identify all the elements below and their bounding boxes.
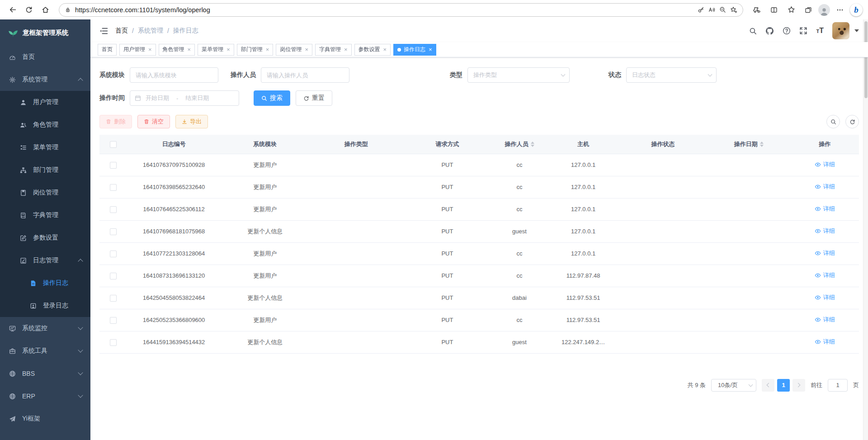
detail-link[interactable]: 详细 [815,183,835,191]
row-checkbox[interactable] [110,295,117,302]
page-size-select[interactable]: 10条/页 [711,379,756,392]
row-checkbox[interactable] [110,162,117,169]
detail-link[interactable]: 详细 [815,316,835,324]
user-avatar[interactable] [832,22,849,39]
sidebar-item-login-log[interactable]: 登录日志 [0,294,90,317]
password-key-icon[interactable] [698,6,704,13]
url-text[interactable]: https://ccnetcore.com:1101/system/log/op… [75,6,693,14]
sidebar-item-bbs[interactable]: BBS [0,362,90,385]
close-icon[interactable]: × [305,47,308,52]
close-icon[interactable]: × [148,47,152,52]
type-select[interactable]: 操作类型 [467,67,570,83]
detail-link[interactable]: 详细 [815,338,835,346]
app-logo[interactable]: 意框架管理系统 [0,19,90,46]
tab-role-mgmt[interactable]: 角色管理× [159,44,195,56]
row-checkbox[interactable] [110,228,117,235]
sidebar-item-users[interactable]: 用户管理 [0,91,90,114]
sort-carets-icon[interactable] [760,142,764,147]
avatar-caret-down-icon[interactable] [854,29,859,32]
sidebar-item-departments[interactable]: 部门管理 [0,159,90,181]
detail-link[interactable]: 详细 [815,161,835,169]
row-checkbox[interactable] [110,317,117,324]
export-button[interactable]: 导出 [175,115,208,128]
sidebar-item-roles[interactable]: 角色管理 [0,114,90,136]
sidebar-item-home[interactable]: 首页 [0,46,90,68]
module-input[interactable] [130,67,218,83]
help-icon[interactable] [783,27,791,35]
github-icon[interactable] [765,27,774,35]
tab-post-mgmt[interactable]: 岗位管理× [276,44,312,56]
operator-input[interactable] [261,67,349,83]
col-date[interactable]: 操作日期 [707,135,791,154]
detail-link[interactable]: 详细 [815,271,835,279]
prev-page-button[interactable] [762,379,774,392]
browser-back-button[interactable] [5,3,20,17]
lock-icon[interactable] [65,7,71,13]
tab-home[interactable]: 首页 [98,44,117,56]
extensions-puzzle-icon[interactable] [750,3,764,17]
goto-page-input[interactable] [828,379,848,392]
search-icon[interactable] [749,27,757,35]
breadcrumb-home[interactable]: 首页 [115,27,128,35]
window-scrollbar[interactable] [863,19,868,440]
tab-menu-mgmt[interactable]: 菜单管理× [198,44,234,56]
detail-link[interactable]: 详细 [815,249,835,257]
read-aloud-icon[interactable] [708,6,715,13]
close-icon[interactable]: × [383,47,387,52]
reset-button[interactable]: 重置 [296,90,332,106]
row-checkbox[interactable] [110,184,117,191]
tab-dict-mgmt[interactable]: 字典管理× [315,44,352,56]
search-button[interactable]: 搜索 [254,90,290,106]
favorite-star-add-icon[interactable] [730,6,737,14]
browser-home-button[interactable] [38,3,52,17]
tab-user-mgmt[interactable]: 用户管理× [119,44,156,56]
tab-dept-mgmt[interactable]: 部门管理× [237,44,274,56]
next-page-button[interactable] [793,379,805,392]
text-size-icon[interactable]: TT [816,27,824,35]
delete-button[interactable]: 删除 [99,115,132,128]
tab-param-settings[interactable]: 参数设置× [354,44,391,56]
row-checkbox[interactable] [110,273,117,279]
sidebar-item-system[interactable]: 系统管理 [0,68,90,91]
sidebar-item-dictionary[interactable]: 字典管理 [0,204,90,227]
status-select[interactable]: 日志状态 [626,67,717,83]
zoom-out-icon[interactable] [719,6,726,13]
sidebar-item-tools[interactable]: 系统工具 [0,340,90,362]
row-checkbox[interactable] [110,206,117,213]
clear-button[interactable]: 清空 [137,115,170,128]
browser-refresh-button[interactable] [22,3,36,17]
detail-link[interactable]: 详细 [815,205,835,213]
detail-link[interactable]: 详细 [815,293,835,302]
sidebar-item-yi-framework[interactable]: Yi框架 [0,407,90,430]
close-icon[interactable]: × [344,47,348,52]
date-range-picker[interactable]: 开始日期 - 结束日期 [130,90,239,106]
sidebar-item-parameters[interactable]: 参数设置 [0,227,90,249]
detail-link[interactable]: 详细 [815,227,835,235]
browser-menu-icon[interactable] [833,3,847,17]
close-icon[interactable]: × [188,47,191,52]
split-screen-icon[interactable] [767,3,781,17]
browser-profile-avatar[interactable] [818,4,830,16]
tab-operation-log[interactable]: 操作日志× [393,44,436,56]
sidebar-item-monitor[interactable]: 系统监控 [0,317,90,340]
breadcrumb-system[interactable]: 系统管理 [138,27,163,35]
collections-icon[interactable] [801,3,816,17]
sidebar-item-posts[interactable]: 岗位管理 [0,181,90,204]
current-page-button[interactable]: 1 [777,379,790,392]
fullscreen-icon[interactable] [799,27,807,35]
col-operator[interactable]: 操作人员 [491,135,547,154]
select-all-checkbox[interactable] [110,141,117,148]
refresh-table-icon[interactable] [845,115,859,128]
sidebar-item-logs[interactable]: 日志管理 [0,249,90,272]
sidebar-item-erp[interactable]: ERP [0,385,90,407]
sidebar-item-operation-log[interactable]: 操作日志 [0,272,90,294]
sidebar-collapse-icon[interactable] [99,27,108,35]
sidebar-item-menus[interactable]: 菜单管理 [0,136,90,159]
favorites-bar-star-icon[interactable] [784,3,798,17]
scrollbar-thumb[interactable] [864,21,868,98]
close-icon[interactable]: × [266,47,269,52]
row-checkbox[interactable] [110,339,117,346]
toggle-search-icon[interactable] [826,115,840,128]
close-icon[interactable]: × [226,47,230,52]
sort-carets-icon[interactable] [531,142,534,147]
